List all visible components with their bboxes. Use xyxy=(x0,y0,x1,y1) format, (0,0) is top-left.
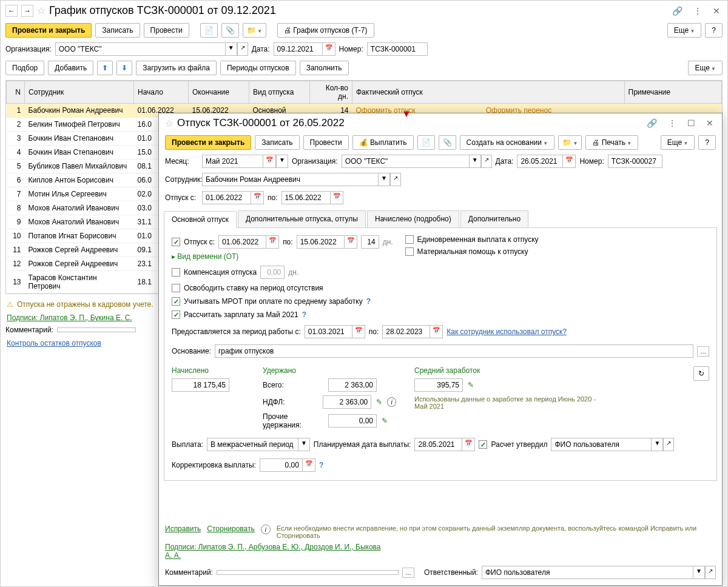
pencil-icon[interactable]: ✎ xyxy=(376,398,382,406)
print-t7-button[interactable]: 🖨 График отпусков (Т-7) xyxy=(277,23,374,38)
col-start[interactable]: Начало xyxy=(134,81,189,104)
period-to-input[interactable]: 28.02.2023 xyxy=(382,325,430,338)
reverse-link[interactable]: Сторнировать xyxy=(207,525,254,533)
vacation-checkbox[interactable]: ✓ xyxy=(172,238,180,246)
col-note[interactable]: Примечание xyxy=(624,81,721,104)
org-open[interactable]: ↗ xyxy=(237,42,248,56)
resp-input[interactable]: ФИО пользователя xyxy=(482,566,693,579)
load-file-button[interactable]: Загрузить из файла xyxy=(136,61,217,75)
time-type-link[interactable]: ▸ Вид времени (ОТ) xyxy=(172,252,238,261)
pencil-icon[interactable]: ✎ xyxy=(468,381,474,389)
post-close-button[interactable]: Провести и закрыть xyxy=(5,23,92,38)
comp-input[interactable]: 0,00 xyxy=(260,266,285,279)
control-link[interactable]: Контроль остатков отпусков xyxy=(7,339,101,347)
from-input[interactable]: 01.06.2022 xyxy=(202,191,251,204)
calendar-icon[interactable]: 📅 xyxy=(322,42,335,56)
payout-date-input[interactable]: 28.05.2021 xyxy=(414,438,462,451)
close-icon[interactable]: ✕ xyxy=(710,5,723,17)
lump-checkbox[interactable] xyxy=(405,235,414,244)
info-icon[interactable]: i xyxy=(387,397,396,407)
more-button[interactable]: Еще xyxy=(667,23,702,38)
correction-input[interactable]: 0,00 xyxy=(260,458,302,472)
number-input[interactable]: ТСЗК-000001 xyxy=(367,42,428,56)
tab-main-vacation[interactable]: Основной отпуск xyxy=(164,211,237,228)
release-checkbox[interactable] xyxy=(172,284,180,292)
modal-signatures-link[interactable]: Подписи: Липатов Э. П., Арбузова Е. Ю., … xyxy=(165,543,381,560)
vac-from-input[interactable]: 01.06.2022 xyxy=(218,235,266,249)
emp-input[interactable]: Бабочкин Роман Андреевич xyxy=(202,173,378,186)
modal-pay[interactable]: 💰 Выплатить xyxy=(352,135,414,150)
modal-create-based[interactable]: Создать на основании xyxy=(460,135,555,150)
save-button[interactable]: Записать xyxy=(95,23,140,38)
basis-input[interactable]: график отпусков xyxy=(215,344,693,358)
modal-comment-input[interactable] xyxy=(217,570,399,575)
modal-save[interactable]: Записать xyxy=(255,135,299,150)
comment-input[interactable] xyxy=(57,327,136,332)
comment-more[interactable]: … xyxy=(402,568,414,578)
vac-to-input[interactable]: 15.06.2022 xyxy=(297,235,344,249)
modal-folder-icon[interactable]: 📁 xyxy=(558,135,582,150)
fill-button[interactable]: Заполнить xyxy=(300,61,349,75)
more-icon[interactable]: ⋮ xyxy=(691,5,704,17)
link-icon[interactable]: 🔗 xyxy=(670,5,685,17)
modal-attach-icon[interactable]: 📎 xyxy=(439,135,456,150)
help-icon[interactable]: ? xyxy=(302,310,306,319)
basis-more[interactable]: … xyxy=(697,346,709,357)
more-button-2[interactable]: Еще xyxy=(688,61,723,75)
fix-link[interactable]: Исправить xyxy=(165,525,201,533)
mdate-input[interactable]: 26.05.2021 xyxy=(517,155,562,168)
forward-button[interactable]: → xyxy=(21,5,33,17)
modal-help[interactable]: ? xyxy=(698,135,716,150)
approver-input[interactable]: ФИО пользователя xyxy=(551,438,651,451)
modal-link-icon[interactable]: 🔗 xyxy=(644,117,659,129)
col-n[interactable]: N xyxy=(7,81,25,104)
month-cal[interactable]: 📅 xyxy=(263,155,276,168)
modal-post[interactable]: Провести xyxy=(303,135,349,150)
help-icon[interactable]: ? xyxy=(319,461,323,469)
report-icon[interactable]: 📄 xyxy=(200,23,218,38)
folder-icon[interactable]: 📁 xyxy=(243,23,266,38)
month-input[interactable]: Май 2021 xyxy=(202,155,263,168)
morg-input[interactable]: ООО "ТЕКС" xyxy=(342,155,469,168)
help-button[interactable]: ? xyxy=(705,23,723,38)
attach-icon[interactable]: 📎 xyxy=(221,23,239,38)
org-input[interactable]: ООО "ТЕКС" xyxy=(55,42,225,56)
pencil-icon[interactable]: ✎ xyxy=(382,417,388,425)
date-input[interactable]: 09.12.2021 xyxy=(274,42,322,56)
col-actual[interactable]: Фактический отпуск xyxy=(352,81,625,104)
star-icon[interactable]: ☆ xyxy=(37,5,46,16)
usage-link[interactable]: Как сотрудник использовал отпуск? xyxy=(447,327,567,336)
refresh-button[interactable]: ↻ xyxy=(693,366,709,381)
move-down-button[interactable]: ⬇ xyxy=(116,61,132,75)
to-input[interactable]: 15.06.2022 xyxy=(281,191,330,204)
col-type[interactable]: Вид отпуска xyxy=(249,81,310,104)
approved-checkbox[interactable]: ✓ xyxy=(479,440,487,449)
signatures-link[interactable]: Подписи: Липатов Э. П., Букина Е. С. xyxy=(7,314,132,322)
aid-checkbox[interactable] xyxy=(405,247,414,256)
col-days[interactable]: Кол-во дн. xyxy=(310,81,352,104)
modal-more-icon[interactable]: ⋮ xyxy=(666,117,679,129)
tab-accrued[interactable]: Начислено (подробно) xyxy=(367,210,459,227)
col-emp[interactable]: Сотрудник xyxy=(25,81,134,104)
tab-additional[interactable]: Дополнительные отпуска, отгулы xyxy=(238,210,366,227)
modal-report-icon[interactable]: 📄 xyxy=(417,135,435,150)
back-button[interactable]: ← xyxy=(5,5,18,17)
days-input[interactable]: 14 xyxy=(361,235,379,249)
modal-post-close[interactable]: Провести и закрыть xyxy=(165,135,251,150)
modal-star-icon[interactable]: ☆ xyxy=(165,118,174,129)
post-button[interactable]: Провести xyxy=(144,23,189,38)
modal-close-icon[interactable]: ✕ xyxy=(704,117,716,129)
periods-button[interactable]: Периоды отпусков xyxy=(220,61,296,75)
calc-salary-checkbox[interactable]: ✓ xyxy=(172,310,180,319)
select-button[interactable]: Подбор xyxy=(5,61,44,75)
col-end[interactable]: Окончание xyxy=(189,81,249,104)
modal-maximize-icon[interactable]: ☐ xyxy=(685,117,698,129)
org-dropdown[interactable]: ▼ xyxy=(225,42,237,56)
move-up-button[interactable]: ⬆ xyxy=(97,61,113,75)
add-button[interactable]: Добавить xyxy=(48,61,93,75)
modal-print[interactable]: 🖨 Печать xyxy=(585,135,638,150)
mrot-checkbox[interactable]: ✓ xyxy=(172,297,180,306)
mnum-input[interactable]: ТСЗК-000027 xyxy=(608,155,662,168)
period-from-input[interactable]: 01.03.2021 xyxy=(305,325,352,338)
modal-more[interactable]: Еще xyxy=(661,135,695,150)
